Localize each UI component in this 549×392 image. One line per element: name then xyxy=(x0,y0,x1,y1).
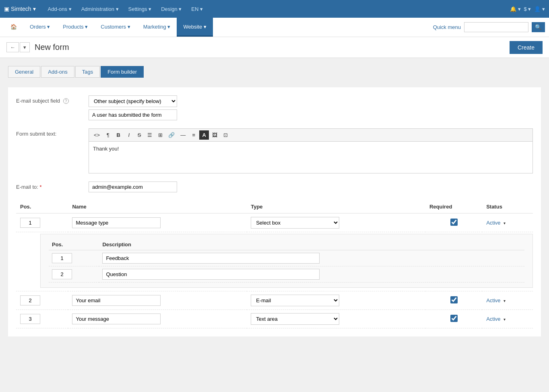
row3-status[interactable]: Active xyxy=(486,316,500,322)
quick-menu-link[interactable]: Quick menu xyxy=(433,24,461,30)
row3-name-input[interactable] xyxy=(72,314,161,324)
row1-name-input[interactable] xyxy=(72,217,161,228)
row3-pos-input[interactable] xyxy=(20,314,40,324)
rte-link[interactable]: 🔗 xyxy=(166,130,177,140)
row1-status-chevron[interactable]: ▾ xyxy=(504,221,506,225)
fields-table-header: Pos. Name Type Required Status xyxy=(16,200,533,213)
nav-administration[interactable]: Administration ▾ xyxy=(77,4,123,14)
form-submit-editor: <> ¶ B I S ☰ ⊞ 🔗 — ≡ A 🖼 ⊡ Thank you! xyxy=(89,128,533,173)
sub-row2-pos-input[interactable] xyxy=(52,269,72,279)
row2-status-cell: Active ▾ xyxy=(482,291,533,310)
row3-required-checkbox[interactable] xyxy=(450,315,458,322)
list-item xyxy=(49,250,524,266)
sub-row1-desc-input[interactable] xyxy=(102,253,320,264)
row3-name-cell xyxy=(68,310,247,328)
search-button[interactable]: 🔍 xyxy=(532,22,545,32)
row2-status-chevron[interactable]: ▾ xyxy=(504,299,506,303)
sub-row1-pos-input[interactable] xyxy=(52,253,72,263)
rte-ol[interactable]: ⊞ xyxy=(155,130,165,140)
sub-row1-desc-cell xyxy=(99,250,524,266)
row1-pos-input[interactable] xyxy=(20,218,40,228)
row3-type-select[interactable]: Text area Text Select box E-mail xyxy=(251,313,339,325)
row1-status[interactable]: Active xyxy=(486,220,500,226)
rte-strikethrough[interactable]: S xyxy=(134,130,144,140)
page-title: New form xyxy=(35,43,510,52)
email-subject-text[interactable] xyxy=(89,109,177,120)
row1-sub-section: Pos. Description xyxy=(40,234,533,288)
notification-bell[interactable]: 🔔 ▾ xyxy=(510,6,521,12)
email-to-required: * xyxy=(40,184,42,190)
rte-bold[interactable]: B xyxy=(114,130,123,140)
secondary-navbar: 🏠 Orders ▾ Products ▾ Customers ▾ Market… xyxy=(0,18,549,37)
currency-menu[interactable]: $ ▾ xyxy=(524,6,531,12)
content-area: General Add-ons Tags Form builder E-mail… xyxy=(0,58,549,345)
form-submit-row: Form submit text: <> ¶ B I S ☰ ⊞ 🔗 — ≡ A… xyxy=(16,128,533,173)
row1-required-checkbox[interactable] xyxy=(450,219,458,226)
tabs-bar: General Add-ons Tags Form builder xyxy=(8,66,541,78)
row3-status-cell: Active ▾ xyxy=(482,310,533,328)
nav-settings[interactable]: Settings ▾ xyxy=(124,4,156,14)
dropdown-button[interactable]: ▾ xyxy=(20,42,30,52)
form-section: E-mail subject field ? Other subject (sp… xyxy=(8,87,541,336)
row1-status-cell: Active ▾ xyxy=(482,213,533,232)
email-subject-select[interactable]: Other subject (specify below) Subject fr… xyxy=(89,95,177,107)
email-subject-help[interactable]: ? xyxy=(63,98,69,104)
sub-col-pos: Pos. xyxy=(49,239,99,250)
row3-required-cell xyxy=(425,310,482,328)
rte-media[interactable]: ⊡ xyxy=(221,130,230,140)
create-button[interactable]: Create xyxy=(510,41,543,54)
brand-icon: ▣ xyxy=(4,6,9,12)
email-subject-fields: Other subject (specify below) Subject fr… xyxy=(89,95,177,120)
tab-general[interactable]: General xyxy=(8,66,40,78)
nav-customers[interactable]: Customers ▾ xyxy=(94,18,136,37)
table-row: Select box Text E-mail Text area Active … xyxy=(16,213,533,232)
row2-pos-input[interactable] xyxy=(20,295,40,305)
row2-pos-cell xyxy=(16,291,68,310)
top-navbar: ▣ Simtech ▾ Add-ons ▾ Administration ▾ S… xyxy=(0,0,549,18)
row1-type-cell: Select box Text E-mail Text area xyxy=(247,213,425,232)
rte-content[interactable]: Thank you! xyxy=(89,141,533,173)
row3-status-chevron[interactable]: ▾ xyxy=(504,317,506,322)
page-header: ← ▾ New form Create xyxy=(0,37,549,58)
row1-type-select[interactable]: Select box Text E-mail Text area xyxy=(251,217,339,229)
rte-align[interactable]: ≡ xyxy=(189,130,198,140)
nav-marketing[interactable]: Marketing ▾ xyxy=(137,18,177,37)
row1-required-cell xyxy=(425,213,482,232)
row2-status[interactable]: Active xyxy=(486,297,500,303)
top-nav-links: Add-ons ▾ Administration ▾ Settings ▾ De… xyxy=(44,4,510,14)
row2-type-select[interactable]: E-mail Text Select box Text area xyxy=(251,295,339,306)
tab-tags[interactable]: Tags xyxy=(75,66,100,78)
rte-ul[interactable]: ☰ xyxy=(145,130,155,140)
rte-font-color[interactable]: A xyxy=(199,130,209,140)
nav-products[interactable]: Products ▾ xyxy=(56,18,94,37)
sec-nav-links: 🏠 Orders ▾ Products ▾ Customers ▾ Market… xyxy=(4,18,433,37)
user-menu[interactable]: 👤 ▾ xyxy=(534,6,545,12)
rte-source[interactable]: <> xyxy=(91,130,102,140)
search-input[interactable] xyxy=(464,22,528,32)
rte-hr[interactable]: — xyxy=(178,130,188,140)
row1-name-cell xyxy=(68,213,247,232)
row2-required-checkbox[interactable] xyxy=(450,296,458,303)
email-to-input[interactable] xyxy=(89,182,177,192)
row2-name-input[interactable] xyxy=(72,295,161,306)
nav-website[interactable]: Website ▾ xyxy=(177,18,213,37)
nav-addons[interactable]: Add-ons ▾ xyxy=(44,4,76,14)
brand-logo[interactable]: ▣ Simtech ▾ xyxy=(4,6,36,12)
sub-row1-pos-cell xyxy=(49,250,99,266)
nav-en[interactable]: EN ▾ xyxy=(187,4,207,14)
nav-design[interactable]: Design ▾ xyxy=(157,4,186,14)
nav-orders[interactable]: Orders ▾ xyxy=(23,18,56,37)
back-button[interactable]: ← xyxy=(6,42,19,52)
sub-row2-desc-input[interactable] xyxy=(102,269,320,280)
tab-addons[interactable]: Add-ons xyxy=(41,66,74,78)
fields-table: Pos. Name Type Required Status xyxy=(16,200,533,328)
rte-paragraph[interactable]: ¶ xyxy=(103,130,113,140)
tab-form-builder[interactable]: Form builder xyxy=(101,66,144,78)
nav-home[interactable]: 🏠 xyxy=(4,18,23,37)
rte-image[interactable]: 🖼 xyxy=(210,130,220,140)
page-nav-buttons: ← ▾ xyxy=(6,42,30,52)
email-to-row: E-mail to: * xyxy=(16,182,533,192)
rte-toolbar: <> ¶ B I S ☰ ⊞ 🔗 — ≡ A 🖼 ⊡ xyxy=(89,128,533,141)
rte-italic[interactable]: I xyxy=(124,130,134,140)
col-status: Status xyxy=(482,200,533,213)
